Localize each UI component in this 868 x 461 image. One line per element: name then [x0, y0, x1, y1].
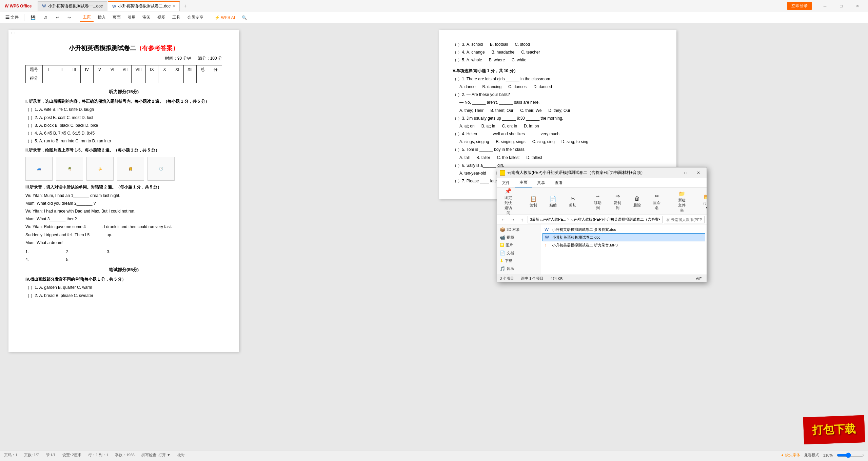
fm-newfolder-btn[interactable]: 📁 新建文件夹 — [673, 188, 690, 215]
move-label: 移动到 — [592, 200, 603, 211]
fm-copy-btn[interactable]: 📋 复制 — [525, 193, 542, 209]
fm-tab-home[interactable]: 主页 — [515, 178, 532, 187]
fm-minimize[interactable]: ─ — [667, 169, 678, 177]
fm-back-btn[interactable]: ← — [499, 216, 507, 224]
section-label: 节:1/1 — [46, 453, 56, 458]
fm-size: 474 KB — [550, 277, 563, 281]
menu-file[interactable]: ☰ 文件 — [3, 13, 21, 22]
menu-insert[interactable]: 插入 — [95, 13, 108, 22]
toolbar-save[interactable]: 💾 — [27, 14, 39, 21]
table-header-6: VI — [106, 65, 119, 74]
spell-label: 拼写检查: 打开 ▼ — [141, 453, 171, 458]
maximize-button[interactable]: □ — [833, 1, 849, 11]
tab2-close[interactable]: ✕ — [173, 4, 175, 8]
toolbar-redo[interactable]: ↪ — [64, 14, 74, 21]
fm-ribbon: 文件 主页 共享 查看 — [497, 178, 707, 188]
fm-nav-images[interactable]: 🖼图片 — [497, 241, 541, 249]
v4-b: B. singing; sings — [496, 139, 525, 145]
toolbar-print[interactable]: 🖨 — [40, 14, 51, 21]
tab-add[interactable]: + — [180, 1, 190, 11]
part3-title: III.听录音，填入对话中所缺的单词。对话读 2 遍。（每小题 1 分，共 5 … — [25, 184, 222, 191]
fm-cut-btn[interactable]: ✂ 剪切 — [564, 193, 581, 209]
section2-title: 笔试部分(85分) — [25, 266, 222, 274]
badge-text: 打包下载 — [812, 422, 856, 438]
fm-sidebar: 📦3D 对象 📹视频 🖼图片 📄文档 ⬇下载 🎵音乐 🖥桌面 💾本地磁盘 (C:… — [497, 224, 541, 275]
rq4-b: B. headache — [492, 50, 514, 55]
file-item-answer[interactable]: W 小升初英语模拟测试卷二 参考答案.doc — [542, 226, 705, 233]
fm-maximize[interactable]: □ — [680, 169, 691, 177]
fm-paste-btn[interactable]: 📄 粘贴 — [545, 193, 561, 209]
fm-tab-share[interactable]: 共享 — [532, 179, 550, 187]
close-button[interactable]: ✕ — [850, 1, 865, 11]
tab1-label: 小升初英语模拟测试卷一...doc — [48, 3, 103, 9]
fm-forward-btn[interactable]: → — [509, 216, 517, 224]
tab-bar: W 小升初英语模拟测试卷一...doc W 小升初英语模拟测试卷二.doc ✕ … — [38, 1, 787, 11]
status-proofread[interactable]: 校对 — [177, 453, 185, 458]
menu-search[interactable]: 🔍 — [239, 14, 250, 21]
toolbar-undo[interactable]: ↩ — [53, 14, 63, 21]
menu-vip[interactable]: 会员专享 — [184, 13, 206, 22]
p3-d6: Suddenly I tripped and fell. Then I 5___… — [25, 232, 222, 238]
fm-title: 云南省人教版(PEP)小升初英语模拟测试卷二（含答案+听力书面材料+音频） — [507, 170, 665, 176]
menu-review[interactable]: 审阅 — [140, 13, 153, 22]
fm-address-bar[interactable] — [528, 216, 663, 223]
fm-close[interactable]: ✕ — [693, 169, 704, 177]
v1-d: D. danced — [533, 84, 552, 90]
blank3: 3. _____________ — [107, 249, 141, 255]
minimize-button[interactable]: ─ — [817, 1, 833, 11]
img2: 🌴 — [56, 157, 83, 181]
file-item-main[interactable]: W 小升初英语模拟测试卷二.doc — [542, 233, 705, 241]
download-badge[interactable]: 打包下载 — [803, 415, 865, 444]
register-button[interactable]: 立即登录 — [787, 2, 812, 10]
p3-d5: Wu Yifan: Robin gave me some 4_______. I… — [25, 224, 222, 230]
menu-ref[interactable]: 引用 — [125, 13, 138, 22]
zoom-slider[interactable] — [837, 453, 864, 458]
v3-a: A. at; on — [459, 123, 475, 129]
fm-up-btn[interactable]: ↑ — [518, 216, 526, 224]
q4: （ ）4. A. 6:45 B. 7:45 C. 6:15 D. 8:45 — [25, 130, 222, 137]
missing-font-label[interactable]: ▲ 缺失字体 — [781, 453, 800, 458]
status-spell[interactable]: 拼写检查: 打开 ▼ — [141, 453, 171, 458]
fm-tab-file[interactable]: 文件 — [497, 179, 515, 187]
img4: 👸 — [117, 157, 144, 181]
file-item-audio[interactable]: ♪ 小升初英语模拟测试卷二 听力录音.MP3 — [542, 241, 705, 249]
menu-wpsai[interactable]: ⚡ WPS AI — [212, 14, 238, 21]
fm-pin-btn[interactable]: 📌 固定到快速访问 — [500, 188, 517, 215]
fm-nav-video[interactable]: 📹视频 — [497, 234, 541, 241]
fm-nav-downloads[interactable]: ⬇下载 — [497, 257, 541, 265]
folder-video-icon: 📹 — [500, 235, 505, 240]
fm-nav-3d[interactable]: 📦3D 对象 — [497, 226, 541, 234]
fm-rename-btn[interactable]: ✏ 重命名 — [648, 191, 665, 212]
section1-title: 听力部分(15分) — [25, 88, 222, 96]
copyto-label: 复制到 — [612, 200, 623, 211]
compat-label[interactable]: 兼容模式 — [804, 453, 819, 458]
menu-tools[interactable]: 工具 — [170, 13, 183, 22]
nav-downloads-label: 下载 — [505, 258, 512, 263]
fm-open-btn[interactable]: 📂 打开 ▼ — [698, 191, 707, 212]
tab-doc1[interactable]: W 小升初英语模拟测试卷一...doc — [38, 1, 107, 11]
menu-home[interactable]: 主页 — [80, 13, 94, 22]
fm-tab-view[interactable]: 查看 — [550, 179, 568, 187]
menu-page[interactable]: 页面 — [110, 13, 123, 22]
img-row: 🚙 🌴 🍌 👸 🕐 — [25, 157, 222, 181]
folder-music-icon: 🎵 — [500, 266, 505, 271]
v2a: — No, ______ aren't. ______ balls are he… — [459, 99, 663, 106]
paste-icon: 📄 — [549, 195, 557, 203]
section5-title: V.单项选择(每小题 1 分，共 10 分） — [453, 68, 663, 74]
table-score-10 — [158, 74, 171, 83]
app-logo: W WPS Office — [3, 3, 34, 9]
fm-move-btn[interactable]: → 移动到 — [589, 191, 606, 212]
resize-handle-tl: ⋮⋮ — [10, 31, 17, 37]
fm-nav-music[interactable]: 🎵音乐 — [497, 265, 541, 273]
table-score-14 — [209, 74, 222, 83]
tab-doc2[interactable]: W 小升初英语模拟测试卷二.doc ✕ — [108, 1, 180, 11]
title-right: 立即登录 ─ □ ✕ — [787, 1, 865, 11]
fm-nav-docs[interactable]: 📄文档 — [497, 249, 541, 257]
fm-copyto-btn[interactable]: ⇒ 复制到 — [609, 191, 626, 212]
table-score-label: 得分 — [26, 74, 43, 83]
fm-search-input[interactable] — [664, 216, 705, 223]
fm-delete-btn[interactable]: 🗑 删除 — [629, 193, 646, 209]
table-header-12: XII — [184, 65, 197, 74]
menu-view[interactable]: 视图 — [155, 13, 168, 22]
table-header-7: VII — [119, 65, 132, 74]
